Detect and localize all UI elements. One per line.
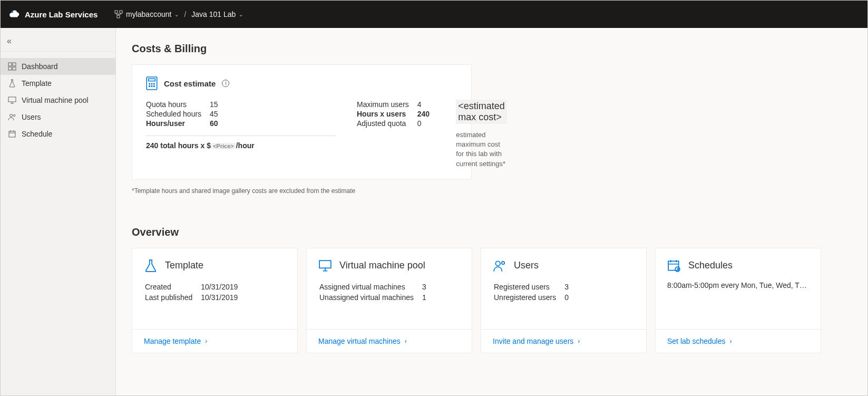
breadcrumb: mylabaccount ⌄ / Java 101 Lab ⌄ xyxy=(114,10,243,18)
overview-card-template: Template Created10/31/2019 Last publishe… xyxy=(132,248,298,353)
calculator-icon xyxy=(146,76,158,90)
adjusted-quota-value: 0 xyxy=(414,119,435,128)
hours-per-user-value: 60 xyxy=(207,119,223,128)
scheduled-hours-label: Scheduled hours xyxy=(146,109,207,119)
sidebar-item-template[interactable]: Template xyxy=(1,75,115,92)
registered-value: 3 xyxy=(564,282,576,292)
brand[interactable]: Azure Lab Services xyxy=(9,9,114,19)
svg-point-0 xyxy=(12,11,14,13)
quota-hours-value: 15 xyxy=(207,100,223,109)
svg-rect-13 xyxy=(149,79,155,81)
overview-grid: Template Created10/31/2019 Last publishe… xyxy=(132,248,852,353)
flask-icon xyxy=(8,79,16,88)
overview-card-users: Users Registered users3 Unregistered use… xyxy=(481,248,647,353)
svg-point-16 xyxy=(153,83,154,84)
max-users-label: Maximum users xyxy=(357,100,414,109)
sidebar-item-vmpool[interactable]: Virtual machine pool xyxy=(1,92,115,109)
scheduled-hours-value: 45 xyxy=(207,109,223,119)
cost-card-title: Cost estimate xyxy=(164,79,216,88)
calendar-clock-icon xyxy=(667,259,681,273)
svg-rect-20 xyxy=(319,260,331,268)
top-bar: Azure Lab Services mylabaccount ⌄ / Java… xyxy=(1,1,867,28)
assigned-label: Assigned virtual machines xyxy=(319,282,421,292)
costs-section-title: Costs & Billing xyxy=(132,43,852,55)
users-icon xyxy=(493,259,506,273)
svg-rect-6 xyxy=(8,67,12,70)
card-title: Schedules xyxy=(688,260,733,271)
svg-point-21 xyxy=(495,261,500,266)
sidebar-item-label: Schedule xyxy=(22,130,52,138)
breadcrumb-account[interactable]: mylabaccount ⌄ xyxy=(114,10,179,18)
breadcrumb-lab-label: Java 101 Lab xyxy=(191,10,236,18)
svg-rect-7 xyxy=(13,67,16,70)
topology-icon xyxy=(114,10,123,18)
svg-rect-11 xyxy=(9,131,15,137)
cost-total-prefix: 240 total hours x $ xyxy=(146,141,211,150)
manage-template-link[interactable]: Manage template › xyxy=(144,337,207,345)
breadcrumb-lab[interactable]: Java 101 Lab ⌄ xyxy=(191,10,243,18)
estimated-max-desc: estimated maximum cost for this lab with… xyxy=(456,130,507,169)
manage-users-link[interactable]: Invite and manage users › xyxy=(493,337,580,345)
card-title: Template xyxy=(165,260,203,271)
azure-cloud-icon xyxy=(9,9,21,19)
svg-point-17 xyxy=(149,86,150,87)
collapse-sidebar-button[interactable]: « xyxy=(7,36,12,45)
info-icon[interactable]: i xyxy=(222,80,229,87)
cost-price-placeholder: <Price> xyxy=(211,143,236,149)
quota-hours-label: Quota hours xyxy=(146,100,207,109)
unregistered-value: 0 xyxy=(564,293,576,302)
monitor-icon xyxy=(8,96,16,104)
link-label: Manage template xyxy=(144,337,201,345)
sidebar-item-schedule[interactable]: Schedule xyxy=(1,125,115,142)
chevron-right-icon: › xyxy=(578,337,580,345)
flask-icon xyxy=(144,259,158,273)
svg-rect-1 xyxy=(115,11,118,13)
created-value: 10/31/2019 xyxy=(201,282,245,292)
sidebar-item-label: Template xyxy=(22,79,52,88)
sidebar-item-users[interactable]: Users xyxy=(1,109,115,125)
svg-rect-5 xyxy=(13,63,16,66)
link-label: Set lab schedules xyxy=(667,337,726,345)
chevron-down-icon: ⌄ xyxy=(239,12,243,17)
card-title: Virtual machine pool xyxy=(339,260,425,271)
chevron-right-icon: › xyxy=(405,337,407,345)
hours-x-users-value: 240 xyxy=(414,109,435,119)
breadcrumb-account-label: mylabaccount xyxy=(126,10,171,18)
cost-mid-column: Maximum users4 Hours x users240 Adjusted… xyxy=(357,100,435,169)
cost-footnote: *Template hours and shared image gallery… xyxy=(132,187,852,195)
hours-per-user-label: Hours/user xyxy=(146,119,207,128)
unassigned-value: 1 xyxy=(422,293,434,302)
sidebar-item-label: Users xyxy=(22,113,41,121)
users-icon xyxy=(8,113,16,121)
monitor-icon xyxy=(318,259,332,273)
link-label: Manage virtual machines xyxy=(318,337,401,345)
overview-section-title: Overview xyxy=(132,226,852,238)
assigned-value: 3 xyxy=(422,282,434,292)
main-content: Costs & Billing Cost estimate i Quota ho… xyxy=(116,28,867,395)
svg-point-22 xyxy=(502,262,504,264)
svg-rect-4 xyxy=(8,63,12,66)
overview-card-schedules: Schedules 8:00am-5:00pm every Mon, Tue, … xyxy=(655,248,821,353)
svg-point-15 xyxy=(151,83,152,84)
svg-point-10 xyxy=(13,114,15,117)
chevron-right-icon: › xyxy=(205,337,207,345)
dashboard-icon xyxy=(8,62,16,71)
set-schedules-link[interactable]: Set lab schedules › xyxy=(667,337,732,345)
published-label: Last published xyxy=(145,293,200,302)
chevron-down-icon: ⌄ xyxy=(174,12,179,17)
calendar-icon xyxy=(8,130,16,138)
svg-point-14 xyxy=(149,83,150,84)
unregistered-label: Unregistered users xyxy=(494,293,563,302)
cost-right-column: <estimated max cost> estimated maximum c… xyxy=(456,100,507,169)
breadcrumb-separator: / xyxy=(184,10,186,18)
cost-total-line: 240 total hours x $<Price>/hour xyxy=(146,141,336,150)
manage-vms-link[interactable]: Manage virtual machines › xyxy=(318,337,407,345)
chevron-right-icon: › xyxy=(730,337,732,345)
svg-rect-2 xyxy=(120,11,122,13)
sidebar-item-label: Virtual machine pool xyxy=(22,96,89,104)
svg-point-18 xyxy=(151,86,152,87)
sidebar-item-dashboard[interactable]: Dashboard xyxy=(1,58,115,75)
sidebar: « Dashboard Template Virtual machine poo… xyxy=(1,28,116,395)
registered-label: Registered users xyxy=(494,282,563,292)
adjusted-quota-label: Adjusted quota xyxy=(357,119,414,128)
